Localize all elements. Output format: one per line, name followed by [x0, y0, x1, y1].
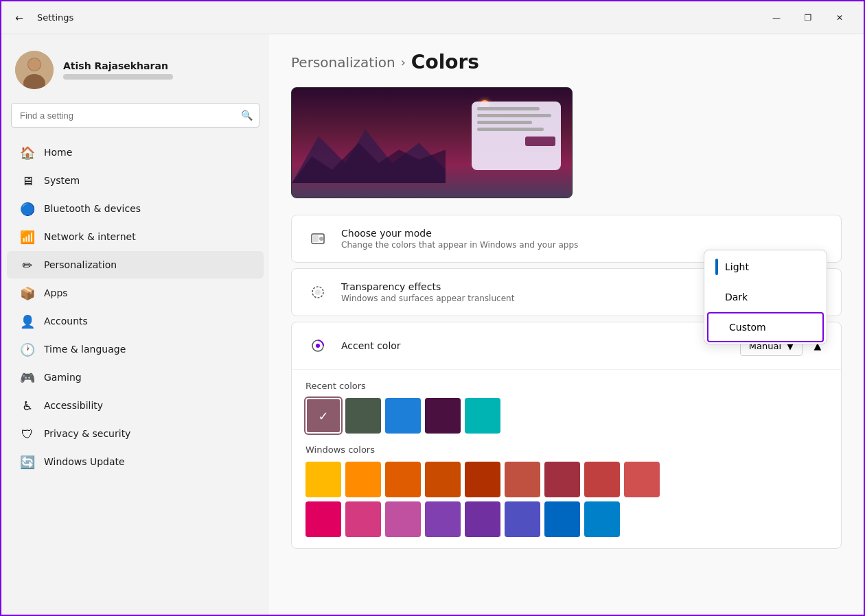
- sidebar-item-label-gaming: Gaming: [44, 372, 82, 383]
- sidebar-item-label-privacy: Privacy & security: [44, 428, 130, 439]
- accent-body: Recent colors Windows colors: [292, 370, 841, 548]
- accent-text: Accent color: [341, 340, 579, 351]
- sidebar-item-personalization[interactable]: ✏️ Personalization: [7, 251, 264, 279]
- sidebar-item-label-update: Windows Update: [44, 456, 125, 467]
- mode-dropdown: Light Dark Custom: [704, 250, 827, 344]
- main-content: Personalization › Colors: [269, 34, 864, 616]
- sidebar-item-system[interactable]: 🖥 System: [7, 167, 264, 194]
- dropdown-item-dark[interactable]: Dark: [704, 283, 827, 311]
- sidebar-item-label-home: Home: [44, 147, 72, 158]
- mode-title: Choose your mode: [341, 228, 827, 239]
- search-input[interactable]: [11, 103, 260, 128]
- sidebar-item-bluetooth[interactable]: 🔵 Bluetooth & devices: [7, 195, 264, 222]
- windows-color-swatch-row1-4[interactable]: [465, 462, 500, 497]
- mode-desc: Change the colors that appear in Windows…: [341, 240, 827, 250]
- svg-point-10: [315, 289, 321, 295]
- back-button[interactable]: ←: [10, 8, 29, 27]
- windows-color-swatch-row1-2[interactable]: [385, 462, 421, 497]
- recent-color-swatch-3[interactable]: [425, 398, 461, 434]
- recent-colors-swatches: [305, 398, 827, 434]
- windows-color-swatch-row2-1[interactable]: [345, 501, 381, 537]
- close-button[interactable]: ✕: [824, 7, 855, 29]
- nav-icon-privacy: 🛡: [21, 427, 34, 440]
- user-info: Atish Rajasekharan: [63, 60, 255, 80]
- recent-color-swatch-1[interactable]: [345, 398, 381, 434]
- sidebar-item-update[interactable]: 🔄 Windows Update: [7, 448, 264, 475]
- sidebar-item-gaming[interactable]: 🎮 Gaming: [7, 364, 264, 391]
- user-profile: Atish Rajasekharan: [1, 43, 269, 103]
- titlebar: ← Settings — ❐ ✕: [1, 1, 864, 34]
- windows-color-swatch-row1-7[interactable]: [584, 462, 620, 497]
- recent-colors-label: Recent colors: [305, 381, 827, 391]
- windows-color-swatch-row2-3[interactable]: [425, 501, 461, 537]
- recent-color-swatch-2[interactable]: [385, 398, 421, 434]
- nav-icon-system: 🖥: [21, 174, 34, 187]
- mode-row: Choose your mode Change the colors that …: [292, 215, 841, 262]
- nav-icon-gaming: 🎮: [21, 370, 34, 384]
- windows-color-swatch-row2-7[interactable]: [584, 501, 620, 537]
- sidebar-item-accessibility[interactable]: ♿ Accessibility: [7, 392, 264, 419]
- windows-color-swatch-row1-5[interactable]: [505, 462, 540, 497]
- mode-text: Choose your mode Change the colors that …: [341, 228, 827, 250]
- sidebar-item-accounts[interactable]: 👤 Accounts: [7, 307, 264, 335]
- sidebar-item-label-network: Network & internet: [44, 231, 136, 242]
- windows-color-swatch-row1-1[interactable]: [345, 462, 381, 497]
- windows-color-swatch-row2-6[interactable]: [544, 501, 580, 537]
- maximize-button[interactable]: ❐: [792, 7, 824, 29]
- svg-point-3: [28, 58, 41, 71]
- nav-icon-accessibility: ♿: [21, 399, 34, 412]
- sidebar-item-time[interactable]: 🕐 Time & language: [7, 335, 264, 363]
- sidebar: Atish Rajasekharan 🔍 🏠 Home 🖥 System 🔵 B…: [1, 34, 269, 616]
- accent-icon: [305, 333, 330, 358]
- nav-icon-apps: 📦: [21, 286, 34, 300]
- nav-icon-network: 📶: [21, 230, 34, 244]
- windows-color-swatch-row2-2[interactable]: [385, 501, 421, 537]
- windows-colors-row1: [305, 462, 827, 497]
- sidebar-item-label-accessibility: Accessibility: [44, 400, 103, 411]
- preview-mountains: [292, 122, 446, 184]
- dropdown-dark-label: Dark: [725, 292, 748, 303]
- nav-icon-accounts: 👤: [21, 314, 34, 328]
- window-controls: — ❐ ✕: [761, 7, 855, 29]
- sidebar-item-label-accounts: Accounts: [44, 316, 88, 327]
- sidebar-item-privacy[interactable]: 🛡 Privacy & security: [7, 420, 264, 447]
- breadcrumb-current: Colors: [411, 51, 479, 73]
- windows-color-swatch-row2-0[interactable]: [305, 501, 341, 537]
- dropdown-item-light[interactable]: Light: [704, 250, 827, 283]
- nav-icon-update: 🔄: [21, 455, 34, 469]
- user-name: Atish Rajasekharan: [63, 60, 255, 71]
- windows-color-swatch-row1-8[interactable]: [624, 462, 660, 497]
- sidebar-item-label-time: Time & language: [44, 344, 126, 355]
- windows-color-swatch-row1-3[interactable]: [425, 462, 461, 497]
- search-box: 🔍: [11, 103, 260, 128]
- windows-color-swatch-row1-0[interactable]: [305, 462, 341, 497]
- avatar: [15, 51, 54, 89]
- recent-color-swatch-0[interactable]: [305, 398, 341, 434]
- nav-icon-bluetooth: 🔵: [21, 202, 34, 215]
- mode-card: Choose your mode Change the colors that …: [291, 215, 842, 263]
- sidebar-item-label-personalization: Personalization: [44, 259, 117, 270]
- breadcrumb-parent: Personalization: [291, 54, 395, 71]
- windows-colors-row2: [305, 501, 827, 537]
- windows-color-swatch-row2-4[interactable]: [465, 501, 500, 537]
- accent-card: Accent color Manual ▼ ▲ Recent colors Wi…: [291, 322, 842, 549]
- dropdown-item-custom[interactable]: Custom: [707, 312, 824, 342]
- windows-color-swatch-row1-6[interactable]: [544, 462, 580, 497]
- selected-indicator: [715, 259, 718, 275]
- sidebar-item-apps[interactable]: 📦 Apps: [7, 279, 264, 307]
- sidebar-item-network[interactable]: 📶 Network & internet: [7, 223, 264, 250]
- breadcrumb-separator: ›: [401, 55, 406, 69]
- mode-icon: [305, 226, 330, 251]
- preview-lines: [477, 107, 555, 131]
- preview-dialog-button: [525, 137, 555, 146]
- windows-color-swatch-row2-5[interactable]: [505, 501, 540, 537]
- dropdown-custom-label: Custom: [729, 322, 766, 333]
- accent-title: Accent color: [341, 340, 579, 351]
- minimize-button[interactable]: —: [761, 7, 792, 29]
- svg-rect-7: [313, 235, 319, 242]
- dropdown-light-label: Light: [725, 261, 749, 272]
- app-title: Settings: [37, 12, 752, 23]
- sidebar-item-label-system: System: [44, 175, 80, 186]
- recent-color-swatch-4[interactable]: [465, 398, 500, 434]
- sidebar-item-home[interactable]: 🏠 Home: [7, 139, 264, 166]
